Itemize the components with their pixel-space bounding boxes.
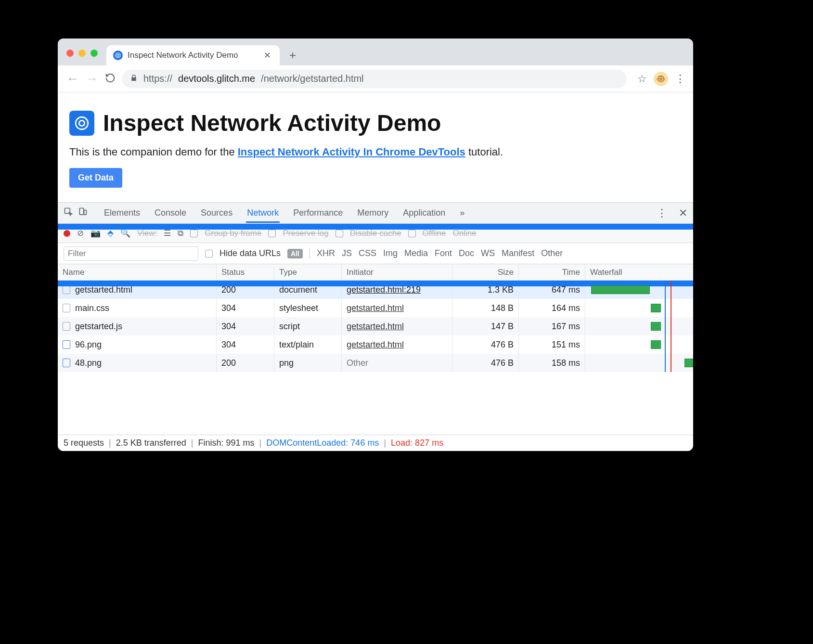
table-row[interactable]: main.css304stylesheetgetstarted.html148 … <box>58 299 693 317</box>
clear-icon[interactable]: ⊘ <box>77 228 84 238</box>
cell-waterfall <box>585 354 693 372</box>
new-tab-button[interactable]: + <box>284 47 301 64</box>
browser-window: Inspect Network Activity Demo ✕ + ← → ht… <box>58 39 693 451</box>
filter-font[interactable]: Font <box>435 248 452 258</box>
tab-application[interactable]: Application <box>402 203 446 223</box>
filter-ws[interactable]: WS <box>481 248 495 258</box>
bookmark-icon[interactable]: ☆ <box>637 73 647 85</box>
record-icon[interactable] <box>64 230 70 237</box>
disable-cache-label: Disable cache <box>350 229 401 238</box>
cell-status: 304 <box>217 335 274 354</box>
group-by-frame-checkbox[interactable] <box>190 230 198 237</box>
network-rows: getstarted.html200documentgetstarted.htm… <box>58 281 693 435</box>
filter-all[interactable]: All <box>287 249 303 258</box>
throttle-select[interactable]: Online <box>452 229 476 238</box>
cell-initiator[interactable]: getstarted.html <box>342 317 452 335</box>
svg-point-0 <box>116 53 121 58</box>
tab-console[interactable]: Console <box>154 203 187 223</box>
tab-elements[interactable]: Elements <box>103 203 141 223</box>
col-time[interactable]: Time <box>519 264 585 280</box>
file-icon <box>63 322 70 331</box>
browser-toolbar: ← → https://devtools.glitch.me/network/g… <box>58 65 693 92</box>
file-icon <box>63 340 70 349</box>
filter-media[interactable]: Media <box>404 248 428 258</box>
tab-performance[interactable]: Performance <box>292 203 344 223</box>
filter-css[interactable]: CSS <box>359 248 376 258</box>
preserve-log-label: Preserve log <box>283 229 328 238</box>
view-label: View: <box>137 229 157 238</box>
cell-initiator[interactable]: getstarted.html <box>342 335 452 354</box>
browser-menu-icon[interactable]: ⋮ <box>675 73 684 85</box>
cell-initiator[interactable]: getstarted.html <box>342 299 452 317</box>
filter-img[interactable]: Img <box>383 248 398 258</box>
col-type[interactable]: Type <box>274 264 342 280</box>
search-icon[interactable]: 🔍 <box>120 228 130 238</box>
filter-doc[interactable]: Doc <box>459 248 474 258</box>
preserve-log-checkbox[interactable] <box>268 230 276 237</box>
disable-cache-checkbox[interactable] <box>336 230 343 237</box>
cell-time: 151 ms <box>519 335 585 354</box>
col-initiator[interactable]: Initiator <box>342 264 452 280</box>
back-button[interactable]: ← <box>66 71 79 86</box>
tab-sources[interactable]: Sources <box>200 203 233 223</box>
close-tab-icon[interactable]: ✕ <box>262 49 273 62</box>
filter-manifest[interactable]: Manifest <box>502 248 534 258</box>
url-host: devtools.glitch.me <box>178 73 255 84</box>
large-rows-icon[interactable]: ☰ <box>164 228 171 238</box>
profile-avatar[interactable]: 🐵 <box>654 72 668 86</box>
network-status-bar: 5 requests | 2.5 KB transferred | Finish… <box>58 435 693 451</box>
table-row[interactable]: getstarted.html200documentgetstarted.htm… <box>58 281 693 299</box>
tab-memory[interactable]: Memory <box>356 203 389 223</box>
network-table-header: Name Status Type Initiator Size Time Wat… <box>58 264 693 281</box>
cell-status: 304 <box>217 299 274 317</box>
minimize-window-icon[interactable] <box>78 50 86 57</box>
cell-status: 200 <box>217 354 274 372</box>
close-window-icon[interactable] <box>66 50 74 57</box>
inspect-element-icon[interactable] <box>64 207 73 219</box>
col-name[interactable]: Name <box>58 264 217 280</box>
intro-text-post: tutorial. <box>465 146 503 158</box>
browser-tab[interactable]: Inspect Network Activity Demo ✕ <box>106 45 280 65</box>
table-row[interactable]: 48.png200pngOther476 B158 ms <box>58 354 693 372</box>
cell-waterfall <box>585 299 693 317</box>
address-bar[interactable]: https://devtools.glitch.me/network/getst… <box>122 70 627 88</box>
hide-data-urls-label: Hide data URLs <box>219 248 281 258</box>
tutorial-link[interactable]: Inspect Network Activity In Chrome DevTo… <box>238 146 465 158</box>
devtools-menu-icon[interactable]: ⋮ <box>657 207 666 219</box>
filter-xhr[interactable]: XHR <box>317 248 335 258</box>
reload-button[interactable] <box>105 73 116 85</box>
svg-point-3 <box>79 120 84 126</box>
offline-checkbox[interactable] <box>408 230 416 237</box>
col-size[interactable]: Size <box>452 264 519 280</box>
cell-size: 1.3 KB <box>452 281 519 299</box>
table-row[interactable]: getstarted.js304scriptgetstarted.html147… <box>58 317 693 335</box>
get-data-button[interactable]: Get Data <box>69 168 122 188</box>
devtools-panel: Elements Console Sources Network Perform… <box>58 202 693 451</box>
cell-name: getstarted.html <box>75 285 132 295</box>
device-toggle-icon[interactable] <box>78 207 88 219</box>
forward-button[interactable]: → <box>86 71 98 86</box>
overview-icon[interactable]: ⧉ <box>178 229 183 238</box>
tab-more[interactable]: » <box>459 203 465 223</box>
hide-data-urls-checkbox[interactable] <box>205 250 213 258</box>
url-scheme: https:// <box>143 73 172 84</box>
cell-name: main.css <box>75 303 109 313</box>
status-finish: Finish: 991 ms <box>198 438 255 448</box>
col-waterfall[interactable]: Waterfall <box>585 264 693 280</box>
filter-toggle-icon[interactable]: ⬘ <box>107 228 114 238</box>
page-title: Inspect Network Activity Demo <box>103 110 441 136</box>
url-path: /network/getstarted.html <box>261 73 363 84</box>
filter-input[interactable] <box>64 246 198 261</box>
table-row[interactable]: 96.png304text/plaingetstarted.html476 B1… <box>58 335 693 354</box>
maximize-window-icon[interactable] <box>90 50 98 57</box>
cell-initiator[interactable]: getstarted.html:219 <box>342 281 452 299</box>
tab-network[interactable]: Network <box>246 203 280 223</box>
camera-icon[interactable]: 📷 <box>90 228 101 238</box>
intro-text-pre: This is the companion demo for the <box>69 146 238 158</box>
filter-js[interactable]: JS <box>342 248 352 258</box>
cell-initiator[interactable]: Other <box>342 354 452 372</box>
col-status[interactable]: Status <box>217 264 274 280</box>
devtools-close-icon[interactable]: ✕ <box>679 207 687 219</box>
cell-name: getstarted.js <box>75 322 122 332</box>
filter-other[interactable]: Other <box>541 248 563 258</box>
